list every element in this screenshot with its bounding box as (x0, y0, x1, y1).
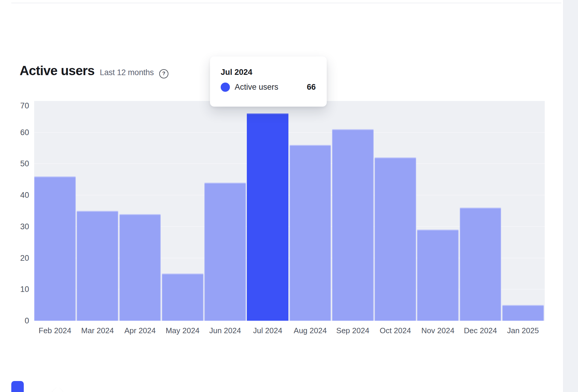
bar-jan-2025[interactable] (502, 305, 544, 321)
right-page-gutter (563, 0, 578, 392)
bar-may-2024[interactable] (162, 274, 203, 321)
bar-jun-2024[interactable] (204, 183, 246, 321)
y-tick-label: 30 (7, 222, 29, 231)
series-marker-dot-icon (221, 83, 230, 92)
tooltip-series-label: Active users (235, 83, 278, 92)
y-tick-label: 70 (7, 101, 29, 110)
tooltip-title: Jul 2024 (221, 68, 316, 76)
y-tick-label: 60 (7, 128, 29, 137)
bar-apr-2024[interactable] (119, 214, 161, 321)
y-tick-label: 10 (7, 285, 29, 294)
bar-feb-2024[interactable] (34, 176, 76, 321)
chat-launcher-button[interactable] (11, 381, 24, 392)
bar-oct-2024[interactable] (375, 157, 416, 321)
bar-nov-2024[interactable] (417, 230, 459, 321)
y-tick-label: 50 (7, 159, 29, 168)
gridline (34, 132, 545, 133)
bar-dec-2024[interactable] (460, 208, 501, 321)
help-icon[interactable]: ? (159, 69, 168, 78)
y-tick-label: 0 (7, 316, 29, 325)
y-tick-label: 40 (7, 191, 29, 200)
tooltip: Jul 2024 Active users 66 (210, 56, 327, 107)
chart-header: Active users Last 12 months ? (20, 63, 168, 78)
bar-jul-2024[interactable] (247, 113, 288, 321)
bar-mar-2024[interactable] (77, 211, 118, 321)
tooltip-arrow (53, 386, 63, 392)
bar-sep-2024[interactable] (332, 129, 374, 321)
y-tick-label: 20 (7, 254, 29, 263)
page-title: Active users (20, 63, 94, 78)
x-axis-label: Jan 2025 (498, 326, 548, 335)
tooltip-series-row: Active users 66 (221, 83, 316, 92)
bar-aug-2024[interactable] (290, 145, 331, 321)
chart-plot-area (34, 101, 545, 321)
date-range-label: Last 12 months (100, 68, 154, 77)
tooltip-value: 66 (307, 83, 316, 92)
top-divider (11, 3, 561, 3)
